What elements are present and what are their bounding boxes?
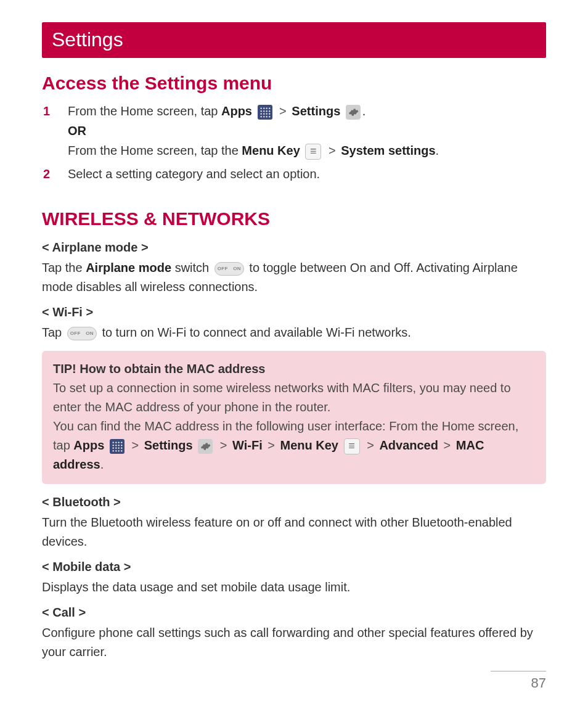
wifi-pre: Tap xyxy=(42,326,65,339)
tip-line1: To set up a connection in some wireless … xyxy=(53,379,535,417)
apps-icon xyxy=(258,105,272,120)
separator: > xyxy=(129,438,144,452)
tip-tail: . xyxy=(100,458,104,471)
access-settings-heading: Access the Settings menu xyxy=(42,73,546,94)
step-2: Select a setting category and select an … xyxy=(42,164,546,184)
separator: > xyxy=(277,104,292,118)
step1-tail2: . xyxy=(436,144,439,157)
tip-settings: Settings xyxy=(144,438,193,452)
wifi-desc: Tap OFF ON to turn on Wi-Fi to connect a… xyxy=(42,323,546,342)
toggle-off-text: OFF xyxy=(218,265,228,273)
wifi-title: < Wi-Fi > xyxy=(42,305,546,319)
tip-menukey: Menu Key xyxy=(280,438,338,452)
settings-label: Settings xyxy=(292,104,340,118)
apps-icon xyxy=(110,439,125,454)
tip-line2: You can find the MAC address in the foll… xyxy=(53,417,535,474)
airplane-mid: switch xyxy=(171,261,213,274)
tip-apps: Apps xyxy=(73,438,104,452)
call-title: < Call > xyxy=(42,605,546,620)
toggle-on-text: ON xyxy=(233,265,241,273)
call-desc: Configure phone call settings such as ca… xyxy=(42,623,546,662)
tip-wifi: Wi-Fi xyxy=(232,438,263,452)
gear-svg xyxy=(200,441,211,452)
manual-page: Settings Access the Settings menu From t… xyxy=(0,0,588,706)
settings-icon xyxy=(198,439,213,454)
tip-title: TIP! How to obtain the MAC address xyxy=(53,359,535,379)
settings-icon xyxy=(346,105,361,120)
airplane-pre: Tap the xyxy=(42,261,86,274)
menu-key-icon xyxy=(305,144,321,160)
tip-box: TIP! How to obtain the MAC address To se… xyxy=(42,351,546,484)
access-steps-list: From the Home screen, tap Apps > Setting… xyxy=(42,101,546,184)
bluetooth-title: < Bluetooth > xyxy=(42,495,546,509)
step1-text-a: From the Home screen, tap xyxy=(68,104,221,118)
bluetooth-desc: Turn the Bluetooth wireless feature on o… xyxy=(42,513,546,551)
step2-text: Select a setting category and select an … xyxy=(68,167,320,181)
airplane-mode-title: < Airplane mode > xyxy=(42,240,546,255)
toggle-switch-icon: OFF ON xyxy=(67,327,97,340)
separator: > xyxy=(218,438,232,452)
separator: > xyxy=(327,144,341,157)
wifi-post: to turn on Wi-Fi to connect and availabl… xyxy=(102,326,410,339)
airplane-bold: Airplane mode xyxy=(86,261,171,274)
step1-tail: . xyxy=(362,104,366,118)
mobile-data-title: < Mobile data > xyxy=(42,560,546,574)
apps-label: Apps xyxy=(221,104,252,118)
page-title: Settings xyxy=(52,28,123,51)
toggle-on-text: ON xyxy=(86,330,94,337)
tip-advanced: Advanced xyxy=(379,438,438,452)
page-title-bar: Settings xyxy=(42,22,546,58)
step-1: From the Home screen, tap Apps > Setting… xyxy=(42,101,546,160)
menu-key-label: Menu Key xyxy=(242,144,300,157)
airplane-mode-desc: Tap the Airplane mode switch OFF ON to t… xyxy=(42,258,546,297)
separator: > xyxy=(442,438,456,452)
page-number: 87 xyxy=(491,671,546,691)
toggle-switch-icon: OFF ON xyxy=(214,262,244,276)
gear-svg xyxy=(348,107,359,118)
wireless-heading: WIRELESS & NETWORKS xyxy=(42,208,546,229)
separator: > xyxy=(266,438,280,452)
menu-key-icon xyxy=(344,438,360,454)
toggle-off-text: OFF xyxy=(70,330,81,337)
step1-text-b: From the Home screen, tap the xyxy=(68,144,242,157)
or-text: OR xyxy=(68,124,86,138)
or-label: OR xyxy=(68,121,546,141)
mobile-data-desc: Displays the data usage and set mobile d… xyxy=(42,578,546,597)
separator: > xyxy=(365,438,379,452)
system-settings-label: System settings xyxy=(341,144,435,157)
